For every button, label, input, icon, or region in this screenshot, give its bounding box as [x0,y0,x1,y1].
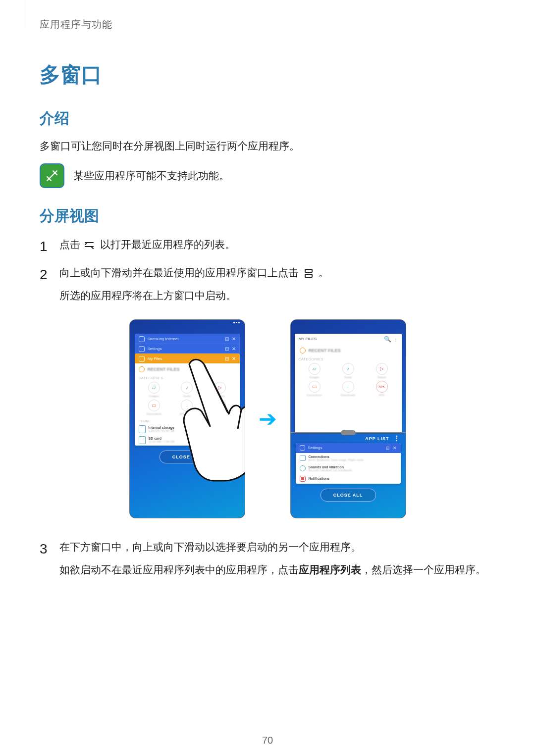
cat-label-apk-r: APK [378,394,384,397]
close-icon[interactable]: ✕ [393,446,397,451]
app-list-bold: 应用程序列表 [299,564,361,575]
setting-row-notifications[interactable]: Notifications [296,474,401,484]
breadcrumb: 应用程序与功能 [40,18,495,31]
recent-tab-2-label: Settings [148,347,162,351]
storage-row-internal[interactable]: Internal storage6.26 GB / 16.00 GB [135,424,240,435]
note-text: 某些应用程序可能不支持此功能。 [73,169,229,183]
cat-label-documents-r: Documents [307,394,321,397]
section-intro-heading: 介绍 [40,108,495,129]
step-3: 在下方窗口中，向上或向下滑动以选择要启动的另一个应用程序。 如欲启动不在最近应用… [40,538,495,579]
arrow-icon: ➔ [259,406,277,431]
phone-section-label: PHONE [135,418,240,424]
recent-tab-1[interactable]: Samsung Internet ⊟✕ [135,334,240,345]
cat-label-documents: Documents [147,412,161,415]
lower-tab-label: Settings [308,446,322,450]
split-screen-icon [302,268,316,279]
top-rule [25,0,25,28]
step-1-pre: 点击 [59,239,83,250]
recent-tab-3-label: My Files [148,356,162,361]
cat-icon-audio-r[interactable]: ♪ [342,363,354,375]
page-title: 多窗口 [40,61,495,89]
close-icon[interactable]: ✕ [232,337,236,341]
cat-icon-downloads-r[interactable]: ↓ [342,381,354,393]
recent-tab-1-label: Samsung Internet [148,337,179,341]
categories-label: CATEGORIES [135,375,240,380]
split-icon[interactable]: ⊟ [225,357,229,361]
lower-pane: APP LIST ⋮ Settings ⊟✕ ConnectionsWi-Fi,… [291,433,406,518]
upper-title: MY FILES [299,337,317,341]
recent-tab-3[interactable]: My Files ⊟✕ [135,353,240,364]
cat-label-apk: APK [217,412,223,415]
overflow-icon[interactable]: ⋮ [393,437,401,440]
storage-row-sd[interactable]: SD card12.62 MB / 7.39 GB [135,435,240,446]
cat-label-downloads-r: Downloads [341,394,356,397]
cat-icon-images[interactable]: ▱ [148,382,160,394]
cat-icon-documents[interactable]: ▭ [148,400,160,411]
step-3-line2b: ，然后选择一个应用程序。 [361,564,486,575]
cat-label-downloads: Downloads [180,412,195,415]
close-all-button-left[interactable]: CLOSE ALL [160,451,215,463]
cat-label-images-r: Images [310,376,320,379]
cat-label-audio: Audio [183,395,191,398]
cat-icon-documents-r[interactable]: ▭ [309,381,321,393]
cat-label-images: Images [149,395,159,398]
intro-text: 多窗口可让您同时在分屏视图上同时运行两个应用程序。 [40,138,495,154]
note-row: 某些应用程序可能不支持此功能。 [40,163,495,188]
cat-icon-apk[interactable]: APK [214,400,226,411]
clock-icon [300,348,306,353]
cat-icon-apk-r[interactable]: APK [376,381,388,393]
step-3-line1: 在下方窗口中，向上或向下滑动以选择要启动的另一个应用程序。 [59,541,361,553]
upper-pane: MY FILES 🔍 ⋮ Recent files CATEGORIES ▱Im… [295,334,402,433]
phone-left: Samsung Internet ⊟✕ Settings ⊟✕ My Files… [130,320,245,518]
close-all-button-right[interactable]: CLOSE ALL [321,489,376,502]
split-divider[interactable] [291,432,406,433]
setting-row-connections[interactable]: ConnectionsWi-Fi, Bluetooth, Data usage,… [296,453,401,463]
categories-label-r: CATEGORIES [295,356,402,361]
step-3-line2a: 如欲启动不在最近应用程序列表中的应用程序，点击 [59,564,299,575]
cat-icon-videos-r[interactable]: ▷ [376,363,388,375]
cat-icon-audio[interactable]: ♪ [181,382,193,394]
close-icon[interactable]: ✕ [232,347,236,351]
recent-files-label: Recent files [148,367,180,372]
step-2-pre: 向上或向下滑动并在最近使用的应用程序窗口上点击 [59,267,302,278]
cat-icon-images-r[interactable]: ▱ [309,363,321,375]
svg-rect-0 [305,269,312,272]
cat-label-videos-r: Videos [377,376,386,379]
step-1-post: 以打开最近应用程序的列表。 [100,239,235,250]
phone-right: MY FILES 🔍 ⋮ Recent files CATEGORIES ▱Im… [291,320,406,518]
step-2-post: 。 [319,267,329,278]
note-icon [40,163,64,188]
lower-tab[interactable]: Settings ⊟✕ [296,443,401,453]
split-icon[interactable]: ⊟ [225,337,229,341]
recents-icon [83,240,97,251]
recent-files-label-r: Recent files [309,348,341,353]
cat-label-audio-r: Audio [344,376,352,379]
search-icon[interactable]: 🔍 [384,336,391,343]
split-icon[interactable]: ⊟ [225,347,229,351]
statusbar-right [291,320,406,331]
page-number: 70 [0,735,535,746]
cat-icon-videos[interactable]: ▷ [214,382,226,394]
figure-row: Samsung Internet ⊟✕ Settings ⊟✕ My Files… [40,320,495,518]
step-1: 点击 以打开最近应用程序的列表。 [40,235,495,254]
close-icon[interactable]: ✕ [232,357,236,361]
recent-tab-2[interactable]: Settings ⊟✕ [135,344,240,354]
files-card-left: Recent files CATEGORIES ▱Images ♪Audio ▷… [135,363,240,446]
app-list-label[interactable]: APP LIST [365,436,389,441]
step-2: 向上或向下滑动并在最近使用的应用程序窗口上点击 。 所选的应用程序将在上方窗口中… [40,263,495,305]
statusbar-left [130,320,245,331]
section-split-heading: 分屏视图 [40,206,495,226]
clock-icon [139,366,145,372]
setting-row-sounds[interactable]: Sounds and vibrationSounds, Vibration, D… [296,463,401,474]
svg-rect-1 [305,274,312,277]
overflow-icon[interactable]: ⋮ [394,338,398,342]
step-2-line2: 所选的应用程序将在上方窗口中启动。 [59,286,495,305]
cat-icon-downloads[interactable]: ↓ [181,400,193,411]
cat-label-videos: Videos [215,395,224,398]
split-icon[interactable]: ⊟ [386,446,390,451]
